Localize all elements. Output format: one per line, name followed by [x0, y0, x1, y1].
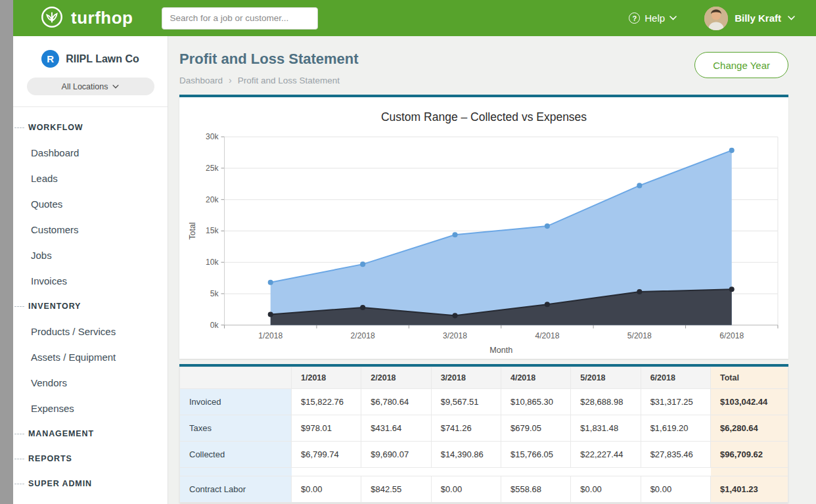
row-label: Taxes [180, 415, 292, 442]
table-cell: $31,317.25 [641, 389, 710, 415]
sidebar-item-expenses[interactable]: Expenses [14, 396, 168, 421]
turfhop-logo-icon [39, 5, 64, 32]
tree-branch-icon [14, 434, 24, 434]
tree-branch-icon [14, 127, 24, 128]
user-menu[interactable]: Billy Kraft [704, 7, 795, 30]
sidebar-section-management[interactable]: MANAGEMENT [14, 421, 168, 446]
sidebar-section-super-admin[interactable]: SUPER ADMIN [14, 471, 168, 496]
svg-text:Total: Total [188, 222, 197, 240]
svg-text:2/2018: 2/2018 [351, 331, 375, 340]
total-cell: $1,401.23 [711, 476, 788, 503]
brand[interactable]: turfhop [39, 5, 133, 32]
table-cell: $14,390.86 [431, 442, 501, 468]
brand-name: turfhop [71, 8, 133, 28]
total-cell: $6,280.64 [711, 415, 788, 442]
search-input[interactable] [162, 7, 318, 30]
svg-text:3/2018: 3/2018 [443, 331, 467, 340]
table-cell: $6,799.74 [292, 442, 361, 468]
table-spacer-row [180, 468, 788, 476]
breadcrumb: Dashboard › Profit and Loss Statement [179, 75, 359, 85]
tree-branch-icon [14, 306, 24, 307]
breadcrumb-dashboard[interactable]: Dashboard [179, 76, 223, 85]
sidebar-section-reports[interactable]: REPORTS [14, 446, 168, 471]
table-cell: $679.05 [501, 415, 570, 442]
app-root: turfhop ? Help Bill [0, 0, 816, 504]
page-header: Profit and Loss Statement Dashboard › Pr… [168, 36, 816, 95]
main-content: Profit and Loss Statement Dashboard › Pr… [168, 36, 816, 504]
table-cell: $741.26 [431, 415, 501, 442]
sidebar-nav: WORKFLOWDashboardLeadsQuotesCustomersJob… [13, 107, 168, 496]
sidebar-item-dashboard[interactable]: Dashboard [14, 140, 168, 166]
sidebar-item-vendors[interactable]: Vendors [14, 370, 168, 396]
table-cell: $0.00 [641, 476, 710, 503]
page-title: Profit and Loss Statement [179, 51, 359, 68]
table-cell: $842.55 [361, 476, 431, 503]
pl-table: 1/20182/20183/20184/20185/20186/2018Tota… [179, 367, 788, 503]
table-cell: $27,835.46 [641, 442, 710, 468]
company-logo: R [41, 50, 59, 68]
table-card: 1/20182/20183/20184/20185/20186/2018Tota… [179, 364, 788, 503]
row-label: Invoiced [180, 389, 292, 415]
svg-text:25k: 25k [206, 164, 219, 173]
table-header-cell: Total [711, 367, 788, 389]
table-cell: $1,831.48 [571, 415, 641, 442]
sidebar-section-inventory[interactable]: INVENTORY [14, 294, 168, 319]
window-gutter [0, 0, 13, 504]
svg-text:15k: 15k [206, 226, 219, 235]
location-selector[interactable]: All Locations [27, 78, 154, 95]
table-row: Taxes$978.01$431.64$741.26$679.05$1,831.… [180, 415, 788, 442]
table-cell: $6,780.64 [361, 389, 431, 415]
section-label: SUPER ADMIN [28, 479, 92, 488]
table-header-cell: 4/2018 [501, 367, 570, 389]
table-header-cell: 5/2018 [571, 367, 641, 389]
table-row: Invoiced$15,822.76$6,780.64$9,567.51$10,… [180, 389, 788, 415]
sidebar-section-workflow[interactable]: WORKFLOW [14, 115, 168, 140]
user-avatar [704, 7, 728, 30]
tree-branch-icon [14, 459, 24, 459]
user-name: Billy Kraft [735, 12, 781, 24]
chart-card: Custom Range – Collected vs Expenses 0k5… [179, 95, 788, 359]
sidebar-item-assets-equipment[interactable]: Assets / Equipment [14, 344, 168, 370]
sidebar-item-customers[interactable]: Customers [14, 217, 168, 242]
svg-text:10k: 10k [206, 258, 219, 267]
sidebar-item-quotes[interactable]: Quotes [14, 191, 168, 217]
table-cell: $978.01 [292, 415, 361, 442]
change-year-button[interactable]: Change Year [694, 52, 788, 78]
table-cell: $28,688.98 [571, 389, 641, 415]
help-label: Help [645, 12, 665, 24]
table-cell: $558.68 [501, 476, 570, 503]
chevron-down-icon [788, 16, 795, 20]
sidebar-item-jobs[interactable]: Jobs [14, 242, 168, 268]
table-cell: $10,865.30 [501, 389, 570, 415]
svg-text:20k: 20k [206, 195, 219, 204]
sidebar: R RIIPL Lawn Co All Locations WORKFLOWDa… [13, 36, 168, 504]
table-header-row: 1/20182/20183/20184/20185/20186/2018Tota… [180, 367, 788, 389]
table-cell: $431.64 [361, 415, 431, 442]
table-cell: $15,822.76 [292, 389, 361, 415]
chevron-down-icon [669, 16, 677, 20]
help-menu[interactable]: ? Help [629, 12, 677, 24]
table-cell: $9,690.07 [361, 442, 431, 468]
table-header-cell: 3/2018 [431, 367, 501, 389]
table-cell: $0.00 [571, 476, 641, 503]
table-header-cell [180, 367, 292, 389]
sidebar-item-products-services[interactable]: Products / Services [14, 319, 168, 344]
chevron-down-icon [112, 85, 119, 89]
table-cell: $22,227.44 [571, 442, 641, 468]
total-cell: $96,709.62 [711, 442, 788, 468]
sidebar-item-leads[interactable]: Leads [14, 166, 168, 191]
row-label: Contract Labor [180, 476, 292, 503]
svg-text:4/2018: 4/2018 [535, 331, 559, 340]
svg-text:30k: 30k [206, 132, 219, 141]
section-label: INVENTORY [28, 302, 81, 311]
row-label: Collected [180, 442, 292, 468]
topbar: turfhop ? Help Bill [13, 0, 816, 36]
sidebar-item-invoices[interactable]: Invoices [14, 268, 168, 294]
help-icon: ? [629, 12, 640, 24]
table-cell: $9,567.51 [431, 389, 501, 415]
chart-title: Custom Range – Collected vs Expenses [185, 110, 783, 124]
total-cell: $103,042.44 [711, 389, 788, 415]
tree-branch-icon [14, 484, 24, 484]
table-header-cell: 1/2018 [292, 367, 361, 389]
svg-text:Month: Month [489, 346, 512, 355]
